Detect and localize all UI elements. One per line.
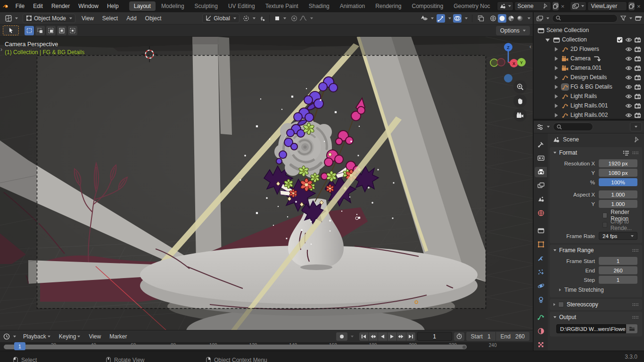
outliner-row[interactable]: Camera.001 (534, 63, 644, 73)
sidebar-expand-arrow[interactable]: ‹ (529, 43, 531, 50)
outliner-filter-button[interactable] (619, 15, 633, 22)
current-frame-field[interactable]: 1 (417, 332, 452, 341)
properties-tab-constraints[interactable] (535, 295, 547, 305)
outliner-row[interactable]: Scene Collection (534, 25, 644, 35)
pin-icon[interactable] (543, 3, 548, 9)
properties-filter-dropdown[interactable] (630, 122, 642, 132)
menu-window[interactable]: Window (74, 1, 103, 11)
stereoscopy-panel-header[interactable]: Stereoscopy (550, 299, 642, 310)
properties-tab-modifiers[interactable] (535, 253, 547, 263)
properties-tab-collection[interactable] (535, 226, 547, 236)
viewlayer-browse-button[interactable] (570, 1, 586, 11)
property-value-field[interactable]: 1.000 (599, 200, 637, 208)
tab-modeling[interactable]: Modeling (157, 1, 189, 11)
property-value-field[interactable]: 1920 px (599, 159, 637, 167)
viewlayer-remove-button[interactable]: × (636, 3, 641, 10)
timeline-menu-playback[interactable]: Playback (19, 332, 55, 341)
property-value-field[interactable]: 100% (599, 178, 637, 186)
drag-grip-icon[interactable] (632, 316, 638, 319)
proportional-edit-cluster[interactable] (289, 14, 314, 23)
outliner-row[interactable]: Collection (534, 35, 644, 44)
scrollbar-handle[interactable] (462, 346, 466, 349)
property-value-field[interactable]: 260 (599, 266, 637, 274)
outliner-editor-type-button[interactable] (536, 15, 550, 22)
hide-eye-icon[interactable] (625, 37, 632, 43)
hide-eye-icon[interactable] (625, 56, 632, 62)
property-value-field[interactable]: 1 (599, 257, 637, 265)
tab-shading[interactable]: Shading (304, 1, 334, 11)
disable-render-icon[interactable] (634, 37, 641, 43)
viewlayer-name-field[interactable]: ViewLayer (587, 1, 627, 11)
outliner-row[interactable]: FG & BG Details (534, 82, 644, 91)
camera-view-button[interactable] (513, 108, 527, 122)
viewport-menu-select[interactable]: Select (98, 14, 122, 23)
scene-name-field[interactable]: Scene (514, 1, 552, 11)
select-mode-subtract-button[interactable] (46, 26, 56, 35)
next-keyframe-button[interactable] (397, 332, 406, 341)
properties-tab-scene[interactable] (535, 194, 547, 205)
zoom-button[interactable] (513, 80, 527, 93)
shading-material-button[interactable] (507, 14, 515, 23)
tab-sculpting[interactable]: Sculpting (190, 1, 223, 11)
navigation-gizmo[interactable]: Z X Y (489, 40, 527, 87)
play-button[interactable] (388, 332, 396, 341)
properties-tab-material[interactable] (535, 326, 547, 336)
hide-eye-icon[interactable] (625, 112, 632, 118)
properties-tab-view-layer[interactable] (535, 181, 547, 191)
playhead[interactable]: 1 (14, 342, 25, 350)
play-reverse-button[interactable] (378, 332, 387, 341)
xray-toggle[interactable] (477, 14, 485, 23)
presets-icon[interactable] (623, 150, 629, 156)
viewport-menu-add[interactable]: Add (122, 14, 140, 23)
timeline-ruler[interactable]: 20406080100120140160180200220240 1 (0, 342, 533, 351)
visibility-dropdown[interactable] (419, 14, 435, 22)
timeline-scrollbar[interactable] (4, 345, 467, 349)
properties-tab-texture[interactable] (535, 340, 547, 350)
select-mode-invert-button[interactable] (57, 26, 66, 35)
scene-new-button[interactable] (552, 1, 559, 11)
disable-render-icon[interactable] (634, 112, 641, 118)
properties-tab-particles[interactable] (535, 267, 547, 277)
outliner-row[interactable]: Light Rails (534, 91, 644, 101)
tab-rendering[interactable]: Rendering (371, 1, 406, 11)
exclude-checkbox[interactable] (616, 37, 623, 43)
menu-edit[interactable]: Edit (29, 1, 47, 11)
snap-toggle[interactable] (259, 14, 288, 23)
properties-tab-output[interactable] (535, 167, 547, 177)
mode-dropdown[interactable]: Object Mode (23, 14, 75, 23)
scene-unlink-button[interactable]: × (560, 3, 565, 10)
properties-tab-render[interactable] (535, 153, 547, 163)
properties-search-input[interactable] (553, 123, 593, 131)
gizmo-neg-y-axis[interactable] (490, 59, 498, 66)
menu-file[interactable]: File (11, 1, 29, 11)
properties-tab-world[interactable] (535, 208, 547, 218)
overlays-toggle[interactable] (453, 14, 462, 23)
select-mode-intersect-button[interactable] (68, 26, 77, 35)
properties-tab-physics[interactable] (535, 281, 547, 291)
disable-render-icon[interactable] (634, 84, 641, 90)
viewport-menu-view[interactable]: View (77, 14, 98, 23)
properties-tab-tool[interactable] (535, 139, 547, 149)
outliner-search-input[interactable] (552, 14, 618, 23)
format-panel-header[interactable]: Format (550, 147, 642, 158)
output-panel-header[interactable]: Output (550, 312, 642, 323)
pan-button[interactable] (513, 94, 527, 107)
gizmos-dropdown[interactable] (448, 17, 451, 19)
options-button[interactable]: Options (496, 26, 530, 35)
output-path-field[interactable]: D:\RGB\3D W...wers\Flowers (556, 324, 626, 333)
frame-range-panel-header[interactable]: Frame Range (550, 245, 642, 256)
menu-render[interactable]: Render (47, 1, 74, 11)
property-value-field[interactable]: 1 (599, 276, 637, 284)
outliner-row[interactable]: Light Rails.001 (534, 101, 644, 110)
shading-dropdown[interactable] (528, 17, 530, 19)
auto-keying-toggle[interactable] (336, 332, 347, 341)
properties-editor-type-button[interactable] (536, 123, 551, 131)
property-value-field[interactable]: 1.000 (599, 190, 637, 198)
jump-to-start-button[interactable] (359, 332, 368, 341)
viewlayer-new-button[interactable] (628, 1, 635, 11)
select-mode-extend-button[interactable] (35, 26, 45, 35)
properties-tab-object-data[interactable] (535, 312, 547, 322)
toolbar-expand-arrow[interactable]: › (0, 46, 2, 53)
gizmos-toggle[interactable] (437, 14, 445, 23)
hide-eye-icon[interactable] (625, 65, 632, 71)
